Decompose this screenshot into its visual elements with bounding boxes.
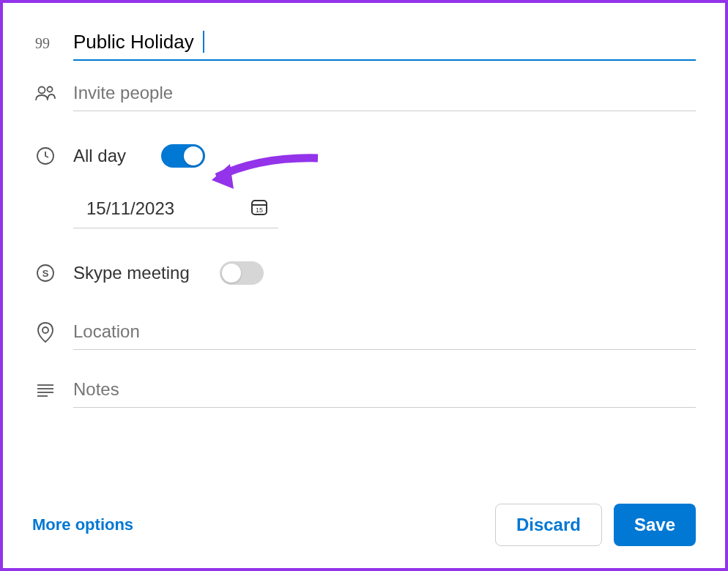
more-options-link[interactable]: More options	[32, 515, 133, 534]
quote-icon: 99	[32, 35, 59, 51]
location-icon	[32, 321, 59, 343]
all-day-row: All day	[32, 133, 696, 168]
invite-row	[32, 75, 696, 111]
location-row	[32, 314, 696, 350]
skype-row: S Skype meeting	[32, 250, 696, 285]
all-day-toggle[interactable]	[161, 144, 205, 168]
svg-point-2	[48, 86, 53, 92]
svg-text:S: S	[42, 268, 49, 279]
notes-icon	[32, 383, 59, 398]
notes-row	[32, 372, 696, 408]
clock-icon	[32, 146, 59, 165]
svg-text:99: 99	[35, 35, 50, 51]
event-title-input[interactable]	[73, 25, 696, 61]
people-icon	[32, 84, 59, 103]
svg-point-1	[39, 86, 45, 93]
date-value: 15/11/2023	[86, 198, 174, 219]
text-cursor	[203, 31, 204, 53]
location-input[interactable]	[73, 314, 696, 350]
calendar-icon: 15	[249, 197, 270, 220]
title-row: 99	[32, 25, 696, 61]
all-day-label: All day	[73, 146, 146, 166]
skype-toggle[interactable]	[220, 261, 264, 285]
notes-input[interactable]	[73, 372, 696, 408]
svg-text:15: 15	[256, 206, 263, 214]
skype-label: Skype meeting	[73, 263, 205, 283]
date-picker[interactable]: 15/11/2023 15	[73, 190, 278, 228]
save-button[interactable]: Save	[614, 504, 696, 546]
svg-point-9	[42, 327, 48, 333]
invite-people-input[interactable]	[73, 75, 696, 111]
date-row: 15/11/2023 15	[73, 190, 696, 228]
footer: More options Discard Save	[32, 504, 696, 546]
discard-button[interactable]: Discard	[495, 504, 602, 546]
skype-icon: S	[32, 264, 59, 283]
